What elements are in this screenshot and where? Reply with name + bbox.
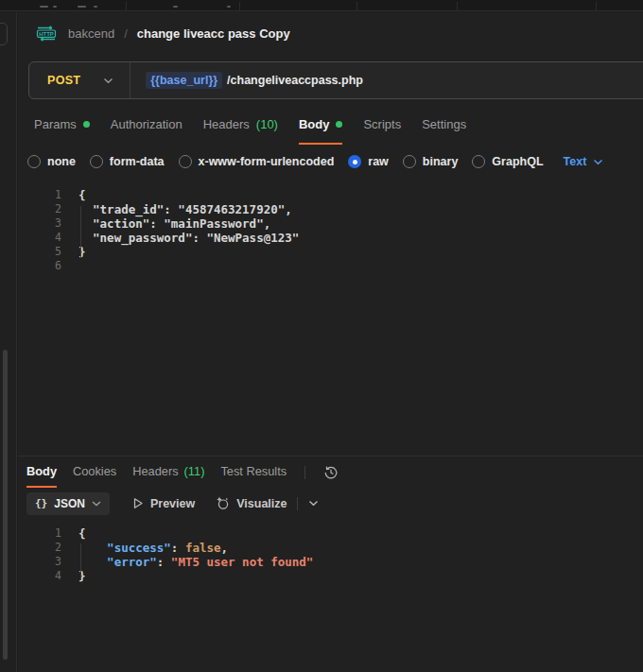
tab-label: Scripts: [363, 117, 401, 131]
http-request-icon: HTTP: [34, 26, 59, 42]
breadcrumb-collection[interactable]: bakcend: [68, 26, 114, 41]
code-line: 2 "success": false,: [18, 541, 643, 555]
radio-option-label: binary: [423, 155, 459, 168]
svg-text:HTTP: HTTP: [39, 31, 54, 37]
chevron-down-icon[interactable]: [308, 500, 319, 507]
sidebar-button-partial[interactable]: [0, 23, 8, 45]
radio-option-binary[interactable]: binary: [403, 155, 459, 168]
code-line: 1{: [18, 188, 643, 202]
tab-label: Headers: [203, 117, 250, 131]
url-path: /changeliveaccpass.php: [227, 74, 363, 87]
radio-option-raw[interactable]: raw: [348, 155, 389, 168]
left-sidebar-rail: [0, 12, 17, 672]
breadcrumb-separator: /: [124, 26, 128, 41]
toolbar-divider: [297, 497, 298, 510]
radio-unselected-icon[interactable]: [179, 155, 192, 168]
url-bar: POST {{base_url}} /changeliveaccpass.php: [28, 61, 643, 99]
tab-label: Params: [34, 117, 77, 131]
scrollbar-thumb[interactable]: [3, 350, 8, 660]
tab-params[interactable]: Params: [34, 106, 90, 145]
radio-selected-icon[interactable]: [348, 155, 361, 168]
radio-option-label: GraphQL: [492, 155, 543, 168]
indent-guide: [80, 206, 81, 258]
request-body-editor[interactable]: 1{2 "trade_id": "4587463217920",3 "actio…: [18, 179, 643, 456]
tab-test-results[interactable]: Test Results: [220, 457, 287, 488]
response-format-label: JSON: [54, 497, 85, 510]
breadcrumb: HTTP bakcend / change liveacc pass Copy: [18, 12, 643, 55]
response-tabs: BodyCookiesHeaders(11)Test Results: [18, 457, 643, 488]
radio-option-none[interactable]: none: [27, 155, 76, 168]
line-number: 1: [18, 188, 61, 202]
radio-option-x-www-form-urlencoded[interactable]: x-www-form-urlencoded: [179, 155, 335, 168]
indent-guide: [80, 543, 81, 577]
tab-body[interactable]: Body: [26, 457, 57, 488]
tab-headers[interactable]: Headers(11): [132, 457, 204, 488]
workspace-tab-strip[interactable]: [0, 0, 643, 11]
tab-authorization[interactable]: Authorization: [111, 106, 182, 145]
tab-fragment: [78, 6, 86, 8]
line-number: 2: [18, 541, 61, 555]
tabs-divider: [304, 466, 305, 479]
radio-unselected-icon[interactable]: [27, 155, 41, 168]
tab-divider: [356, 2, 357, 11]
radio-option-graphql[interactable]: GraphQL: [472, 155, 543, 168]
tab-count-badge: (10): [256, 117, 278, 131]
tab-cookies[interactable]: Cookies: [73, 457, 116, 488]
preview-button[interactable]: Preview: [132, 497, 195, 510]
braces-icon: {}: [35, 497, 47, 509]
code-line: 4}: [18, 569, 643, 583]
unsaved-dot-icon: [83, 121, 90, 128]
tab-label: Settings: [422, 117, 466, 131]
radio-option-label: form-data: [110, 155, 165, 168]
code-text: "action": "mainPassword",: [78, 216, 270, 231]
tab-label: Body: [299, 117, 330, 131]
tab-body[interactable]: Body: [299, 106, 343, 145]
tab-scripts[interactable]: Scripts: [363, 106, 401, 145]
response-panel: BodyCookiesHeaders(11)Test Results {} JS…: [18, 456, 643, 583]
chevron-down-icon: [92, 501, 101, 507]
radio-unselected-icon[interactable]: [90, 155, 103, 168]
chevron-down-icon: [593, 159, 603, 165]
radio-option-label: none: [47, 155, 76, 168]
tab-divider: [126, 2, 127, 11]
line-number: 3: [18, 216, 61, 231]
request-tabs: ParamsAuthorizationHeaders(10)BodyScript…: [18, 106, 643, 145]
radio-unselected-icon[interactable]: [472, 155, 485, 168]
radio-unselected-icon[interactable]: [403, 155, 416, 168]
tab-headers[interactable]: Headers(10): [203, 106, 278, 145]
line-number: 4: [18, 569, 61, 583]
tab-divider: [239, 2, 240, 11]
tab-settings[interactable]: Settings: [422, 106, 466, 145]
line-number: 6: [18, 259, 61, 272]
radio-option-label: x-www-form-urlencoded: [199, 155, 335, 168]
request-title[interactable]: change liveacc pass Copy: [137, 26, 290, 41]
url-variable-chip[interactable]: {{base_url}}: [146, 72, 222, 89]
visualize-label: Visualize: [236, 497, 287, 510]
radio-option-form-data[interactable]: form-data: [90, 155, 165, 168]
response-format-button[interactable]: {} JSON: [26, 492, 110, 515]
url-row: POST {{base_url}} /changeliveaccpass.php: [18, 55, 643, 106]
history-clock-icon[interactable]: [323, 465, 339, 480]
tab-fragment: [53, 6, 57, 8]
code-text: {: [78, 188, 86, 202]
tab-label: Body: [26, 464, 57, 478]
raw-format-selector[interactable]: Text: [564, 155, 604, 168]
method-label: POST: [47, 74, 80, 87]
code-text: "new_password": "NewPass@123": [78, 231, 299, 245]
line-number: 3: [18, 555, 61, 569]
tab-fragment: [173, 6, 178, 8]
tab-label: Cookies: [73, 464, 116, 478]
response-toolbar: {} JSON Preview: [18, 488, 643, 519]
radio-option-label: raw: [368, 155, 389, 168]
body-type-options: noneform-datax-www-form-urlencodedrawbin…: [27, 155, 544, 168]
tab-fragment: [94, 6, 97, 8]
tab-divider: [457, 2, 458, 11]
play-icon: [132, 497, 144, 509]
visualize-button[interactable]: Visualize: [216, 496, 287, 510]
tab-divider: [596, 2, 597, 11]
url-input[interactable]: {{base_url}} /changeliveaccpass.php: [130, 72, 363, 89]
line-number: 5: [18, 245, 61, 259]
code-line: 5}: [18, 245, 643, 259]
method-selector[interactable]: POST: [29, 74, 113, 87]
response-body-editor[interactable]: 1{2 "success": false,3 "error": "MT5 use…: [18, 519, 643, 583]
